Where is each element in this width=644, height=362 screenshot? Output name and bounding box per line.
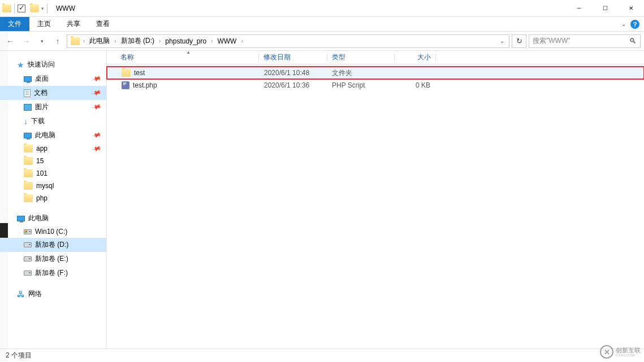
- nav-item-label: mysql: [36, 182, 54, 190]
- nav-quick-item[interactable]: 此电脑📌: [0, 128, 106, 142]
- nav-item-label: 新加卷 (E:): [35, 254, 68, 264]
- pin-icon: 📌: [92, 73, 102, 84]
- nav-network[interactable]: 🖧 网络: [0, 287, 106, 301]
- folder-icon: [24, 157, 33, 165]
- nav-quick-item[interactable]: 15: [0, 155, 106, 167]
- monitor-icon: [24, 76, 32, 82]
- pin-icon: 📌: [92, 130, 102, 140]
- nav-quick-item[interactable]: ↓下载: [0, 114, 106, 128]
- watermark-logo-icon: ✕: [600, 345, 613, 359]
- nav-quick-item[interactable]: 图片📌: [0, 100, 106, 114]
- php-file-icon: [122, 81, 129, 89]
- maximize-button[interactable]: ☐: [592, 0, 618, 17]
- breadcrumb-pc[interactable]: 此电脑: [86, 36, 113, 46]
- monitor-icon: [24, 133, 32, 138]
- drive-icon: [24, 242, 32, 247]
- column-size[interactable]: 大小: [395, 53, 435, 62]
- folder-icon: [24, 169, 33, 177]
- ribbon-expand-icon[interactable]: ⌄: [621, 21, 626, 27]
- nav-back-button[interactable]: ←: [3, 34, 17, 48]
- navigation-row: ← → ▾ ↑ › 此电脑 › 新加卷 (D:) › phpstudy_pro …: [0, 32, 644, 51]
- nav-recent-dropdown[interactable]: ▾: [35, 34, 49, 48]
- pin-icon: 📌: [92, 102, 102, 112]
- address-bar[interactable]: › 此电脑 › 新加卷 (D:) › phpstudy_pro › WWW › …: [67, 34, 509, 48]
- nav-item-label: php: [36, 194, 47, 202]
- file-type: PHP Script: [327, 81, 394, 89]
- file-name: test: [134, 69, 145, 77]
- nav-drive-item[interactable]: 新加卷 (E:): [0, 252, 106, 266]
- ribbon-file-tab[interactable]: 文件: [0, 17, 29, 31]
- qat-dropdown-icon[interactable]: ▾: [41, 6, 44, 11]
- help-icon[interactable]: ?: [630, 20, 639, 29]
- column-type[interactable]: 类型: [327, 53, 394, 62]
- pin-icon: 📌: [92, 88, 102, 98]
- folder-icon: [24, 182, 33, 190]
- nav-this-pc[interactable]: 此电脑: [0, 211, 106, 225]
- status-bar: 2 个项目: [0, 348, 644, 362]
- nav-drive-item[interactable]: 新加卷 (D:): [0, 238, 106, 252]
- nav-item-label: app: [36, 145, 47, 152]
- file-size: 0 KB: [394, 81, 435, 89]
- title-bar: ▾ WWW ─ ☐ ✕: [0, 0, 644, 17]
- search-input[interactable]: 搜索"WWW" 🔍︎: [529, 34, 641, 48]
- file-name: test.php: [133, 81, 157, 89]
- nav-item-label: 图片: [35, 102, 49, 112]
- refresh-button[interactable]: ↻: [512, 34, 526, 48]
- pin-icon: 📌: [92, 143, 102, 154]
- address-history-dropdown[interactable]: ⌄: [496, 38, 508, 44]
- app-folder-icon: [2, 5, 11, 12]
- nav-drive-item[interactable]: Win10 (C:): [0, 225, 106, 238]
- ribbon-tab-view[interactable]: 查看: [88, 17, 118, 31]
- nav-quick-item[interactable]: 文档📌: [0, 86, 106, 100]
- navigation-pane: ★ 快速访问 桌面📌文档📌图片📌↓下载此电脑📌app📌15101mysqlphp…: [0, 51, 107, 348]
- file-row[interactable]: test2020/6/1 10:48文件夹: [107, 67, 644, 79]
- ribbon-tab-share[interactable]: 共享: [59, 17, 88, 31]
- window-title: WWW: [56, 5, 75, 12]
- ribbon-tab-home[interactable]: 主页: [29, 17, 59, 31]
- chevron-right-icon[interactable]: ›: [113, 38, 117, 44]
- drive-icon: [24, 256, 32, 261]
- chevron-right-icon[interactable]: ›: [82, 38, 86, 44]
- file-row[interactable]: test.php2020/6/1 10:36PHP Script0 KB: [107, 79, 644, 91]
- nav-quick-access[interactable]: ★ 快速访问: [0, 58, 106, 72]
- minimize-button[interactable]: ─: [566, 0, 592, 17]
- nav-forward-button[interactable]: →: [19, 34, 33, 48]
- nav-quick-item[interactable]: php: [0, 192, 106, 204]
- column-headers: 名称▴ 修改日期 类型 大小: [107, 51, 644, 64]
- nav-quick-item[interactable]: mysql: [0, 180, 106, 192]
- ribbon-tabs: 文件 主页 共享 查看 ⌄ ?: [0, 17, 644, 32]
- folder-icon: [24, 145, 33, 152]
- column-date[interactable]: 修改日期: [259, 53, 327, 62]
- chevron-right-icon[interactable]: ›: [158, 38, 162, 44]
- nav-quick-item[interactable]: 101: [0, 167, 106, 180]
- close-button[interactable]: ✕: [618, 0, 644, 17]
- breadcrumb-drive[interactable]: 新加卷 (D:): [118, 36, 158, 46]
- nav-item-label: Win10 (C:): [35, 228, 67, 235]
- status-item-count: 2 个项目: [6, 351, 32, 360]
- breadcrumb-folder2[interactable]: WWW: [214, 37, 240, 45]
- drive-icon: [24, 271, 32, 276]
- file-type: 文件夹: [327, 68, 394, 78]
- chevron-right-icon[interactable]: ›: [210, 38, 214, 44]
- watermark: ✕ 创新互联 CXHLCOM: [600, 345, 641, 359]
- file-date: 2020/6/1 10:36: [260, 81, 327, 89]
- chevron-right-icon[interactable]: ›: [240, 38, 244, 44]
- nav-quick-item[interactable]: app📌: [0, 142, 106, 155]
- nav-item-label: 新加卷 (D:): [35, 240, 68, 250]
- qat-folder-icon[interactable]: [30, 5, 39, 12]
- qat-properties-icon[interactable]: [18, 5, 25, 12]
- nav-item-label: 15: [36, 157, 44, 165]
- nav-quick-item[interactable]: 桌面📌: [0, 72, 106, 86]
- nav-up-button[interactable]: ↑: [51, 34, 64, 48]
- star-icon: ★: [17, 60, 24, 69]
- monitor-icon: [17, 216, 25, 221]
- nav-item-label: 桌面: [35, 74, 49, 84]
- nav-drive-item[interactable]: 新加卷 (F:): [0, 266, 106, 280]
- folder-icon: [24, 194, 33, 202]
- column-name[interactable]: 名称▴: [116, 53, 258, 62]
- search-icon[interactable]: 🔍︎: [629, 37, 637, 45]
- breadcrumb-folder1[interactable]: phpstudy_pro: [162, 37, 210, 45]
- nav-item-label: 此电脑: [35, 130, 55, 140]
- folder-icon: [122, 69, 131, 77]
- network-icon: 🖧: [17, 290, 25, 299]
